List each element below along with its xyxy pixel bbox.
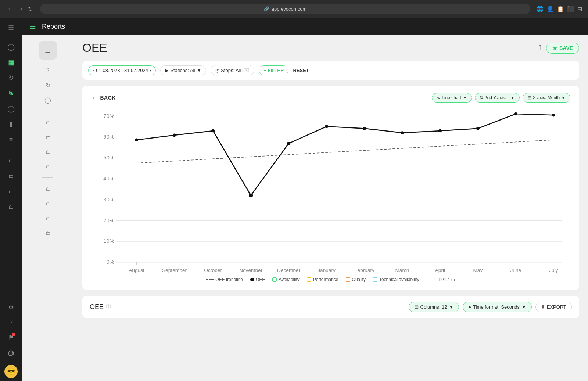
report-nav-db2[interactable]: 🗀 [40,130,55,144]
x-axis-button[interactable]: ▤ X-axis: Month ▼ [523,93,570,103]
date-range-button[interactable]: ‹ 01.08.2023 - 31.07.2024 › [88,65,156,75]
svg-text:20%: 20% [103,218,114,223]
add-filter-button[interactable]: + FILTER [259,65,288,75]
chart-svg: 70% 60% 50% 40% 30% 20% 10% 0% August Se… [91,108,570,274]
sidebar-item-db1[interactable]: 🗀 [4,153,18,168]
sidebar-item-donut[interactable]: ◯ [4,101,18,116]
topbar-menu-icon[interactable]: ☰ [29,22,36,31]
reports-icon: ▦ [8,58,14,67]
app: ☰ ◯ ▦ ↻ % ◯ ▮ ≡ [0,18,588,381]
line-chart-button[interactable]: ∿ Line chart ▼ [432,93,472,103]
topbar-title: Reports [42,23,65,30]
report-nav-block[interactable]: ◯ [40,93,55,107]
svg-line-28 [137,140,554,163]
ext-icon-3[interactable]: 📋 [557,6,564,12]
report-nav-db1[interactable]: 🗀 [40,116,55,129]
line-chart-label: Line chart [442,95,461,100]
share-icon[interactable]: ⤴ [538,44,542,52]
ext-icon-1[interactable]: 🌐 [536,6,544,12]
quality-label: Quality [352,277,366,282]
y2-dropdown-icon: ▼ [510,95,515,100]
stations-text: Stations: All [170,68,195,73]
report-nav-db6[interactable]: 🗀 [40,197,55,210]
ext-icon-2[interactable]: 👤 [546,6,554,12]
report-nav-db7[interactable]: 🗀 [40,212,55,225]
dashboard-icon: ◯ [7,43,15,51]
table-info-icon[interactable]: ⓘ [106,304,111,310]
back-icon[interactable]: ← [6,4,15,14]
report-nav-help[interactable]: ? [40,64,55,77]
sidebar-top: ☰ ◯ ▦ ↻ % ◯ ▮ ≡ [4,21,18,214]
report-nav-divider [42,111,53,111]
sidebar-item-db4[interactable]: 🗀 [4,200,18,214]
sidebar-item-db3[interactable]: 🗀 [4,184,18,199]
report-list-btn[interactable]: ☰ [39,41,57,60]
refresh-icon[interactable]: ↻ [26,4,34,14]
stops-delete-icon[interactable]: ⌫ [242,67,250,73]
technical-availability-label: Technical availability [379,277,419,282]
chart-header: ← BACK ∿ Line chart ▼ ⇅ 2nd Y-axis: [91,93,570,103]
browser-nav-buttons: ← → ↻ [6,4,34,14]
chart-legend: OEE trendline OEE Availability Perf [91,277,570,283]
forward-icon[interactable]: → [16,4,25,14]
svg-text:August: August [129,267,144,273]
columns-button[interactable]: ▤ Columns: 12 ▼ [409,302,459,312]
stations-dropdown[interactable]: ▶ Stations: All ▼ [160,65,206,75]
reset-button[interactable]: RESET [293,68,309,73]
sidebar-item-db2[interactable]: 🗀 [4,169,18,183]
sidebar-item-help[interactable]: ? [4,315,18,330]
sidebar-item-menu[interactable]: ☰ [4,21,18,35]
sidebar-item-power[interactable]: ⏻ [4,346,18,360]
table-title: OEE ⓘ [90,303,111,311]
pagination-next-btn[interactable]: › [453,277,455,283]
url-text: app.evocon.com [272,6,306,12]
performance-label: Performance [313,277,338,282]
sidebar-item-dashboard[interactable]: ◯ [4,40,18,54]
svg-text:40%: 40% [103,176,114,181]
back-button[interactable]: ← BACK [91,94,116,102]
svg-point-40 [552,114,555,117]
browser-chrome: ← → ↻ 🔗 app.evocon.com 🌐 👤 📋 ⬛ ⊟ [0,0,588,18]
time-icon: ● [468,304,471,310]
x-axis-icon: ▤ [527,95,531,100]
sidebar-item-flag[interactable]: ⚑ [4,330,18,345]
address-bar[interactable]: 🔗 app.evocon.com [40,4,530,14]
report-nav-db3[interactable]: 🗀 [40,145,55,158]
sidebar-item-list[interactable]: ≡ [4,132,18,147]
pagination-prev-btn[interactable]: ‹ [450,277,452,283]
svg-text:June: June [510,267,521,273]
donut-icon: ◯ [7,105,15,113]
ext-icon-4[interactable]: ⬛ [567,6,574,12]
svg-point-33 [287,142,290,145]
report-list-icon: ☰ [45,46,51,54]
svg-text:May: May [473,267,483,273]
star-icon: ★ [552,45,557,51]
sidebar-item-reports[interactable]: ▦ [4,55,18,70]
y2-axis-label: 2nd Y-axis: - [485,95,509,100]
sidebar-item-settings[interactable]: ⚙ [4,299,18,314]
svg-text:January: January [318,267,336,273]
y2-axis-icon: ⇅ [480,95,483,100]
stops-dropdown[interactable]: ◷ Stops: All ⌫ [211,65,254,75]
stops-text: Stops: All [221,68,241,73]
sidebar-item-analytics[interactable]: ↻ [4,71,18,85]
sidebar-item-percent[interactable]: % [4,86,18,101]
chart-card: ← BACK ∿ Line chart ▼ ⇅ 2nd Y-axis: [82,86,579,290]
header-actions: ⋮ ⤴ ★ SAVE [526,43,579,54]
time-format-button[interactable]: ● Time format: Seconds ▼ [463,302,531,312]
export-button[interactable]: ⇓ EXPORT [535,302,572,312]
y2-axis-button[interactable]: ⇅ 2nd Y-axis: - ▼ [475,93,520,103]
report-nav-sync[interactable]: ↻ [40,79,55,92]
ext-icon-5[interactable]: ⊟ [577,6,582,12]
report-nav-db5[interactable]: 🗀 [40,182,55,195]
report-nav-db8[interactable]: 🗀 [40,226,55,240]
performance-sq [307,277,311,282]
user-avatar[interactable]: 😎 [4,365,18,378]
svg-point-32 [249,193,253,197]
save-button[interactable]: ★ SAVE [546,43,579,54]
database2-icon: 🗀 [8,173,14,179]
main-panel: OEE ⋮ ⤴ ★ SAVE ‹ 01.08.2023 - 31.07.2 [74,35,588,381]
sidebar-item-bar[interactable]: ▮ [4,117,18,132]
report-nav-db4[interactable]: 🗀 [40,160,55,173]
more-options-icon[interactable]: ⋮ [526,44,534,53]
